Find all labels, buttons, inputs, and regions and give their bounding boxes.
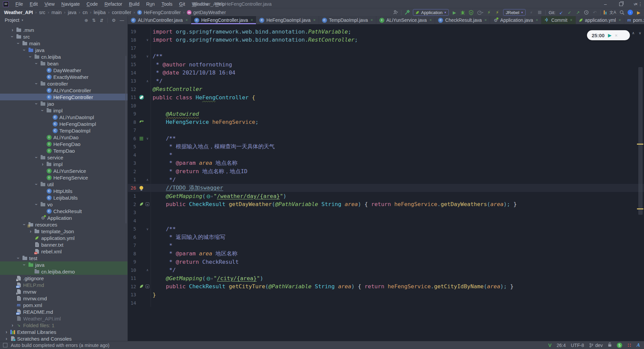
code-line[interactable]: 3 * @param area 地点名称	[128, 159, 644, 167]
tree-item-readme-md[interactable]: MDREADME.md	[0, 308, 127, 315]
menu-tools[interactable]: Tools	[158, 0, 176, 8]
translate-icon[interactable]: 文A	[609, 10, 616, 15]
tree-item-pom-xml[interactable]: mpom.xml	[0, 302, 127, 308]
tree-item--mvn[interactable]: ›.mvn	[0, 27, 127, 33]
tree-chevron-icon[interactable]: ›	[16, 40, 21, 46]
tab-hefengdaoimpl-java[interactable]: CHeFengDaoImpl.java×	[256, 16, 319, 24]
jrebel-status-icon[interactable]	[627, 343, 632, 347]
lock-icon[interactable]	[608, 342, 612, 348]
tree-chevron-icon[interactable]: ›	[28, 54, 33, 60]
endpoint-globe-icon[interactable]: ∨	[206, 194, 213, 199]
tree-item-bean[interactable]: ›bean	[0, 60, 127, 67]
translation-status-icon[interactable]: A	[637, 342, 640, 348]
breadcrumb-item[interactable]: HeFengController	[144, 10, 181, 15]
tab-aliyunservice-java[interactable]: IALiYunService.java×	[376, 16, 435, 24]
tree-item-template-json[interactable]: ›template_Json	[0, 228, 127, 235]
fold-marker-slot[interactable]: +	[145, 202, 150, 206]
tree-chevron-icon[interactable]: ›	[40, 107, 45, 113]
tree-chevron-icon[interactable]: ›	[3, 329, 9, 335]
code-line[interactable]: 16∨/**	[128, 52, 644, 61]
fold-expand-icon[interactable]: +	[146, 202, 149, 206]
profiler-button[interactable]: ▾	[477, 9, 483, 16]
tree-item-aliyundao[interactable]: IALiYunDao	[0, 134, 127, 141]
code-line[interactable]: 14	[128, 299, 644, 307]
fold-marker-slot[interactable]: ∨	[145, 54, 150, 58]
tree-item-hefengdao[interactable]: IHeFengDao	[0, 141, 127, 147]
tree-chevron-icon[interactable]: ›	[28, 229, 34, 234]
statistics-icon[interactable]	[604, 10, 606, 14]
tree-chevron-icon[interactable]: ›	[34, 81, 39, 87]
menu-edit[interactable]: Edit	[26, 0, 41, 8]
tree-item-weather-api-iml[interactable]: Weather_API.iml	[0, 315, 127, 322]
coverage-button[interactable]	[469, 9, 474, 16]
tab-hefengcontroller-java[interactable]: CHeFengController.java×	[191, 16, 256, 24]
tree-item-hefengservice[interactable]: IHeFengService	[0, 174, 127, 181]
fold-marker-slot[interactable]: +	[145, 285, 150, 288]
project-scrollbar[interactable]	[125, 56, 127, 223]
code-line[interactable]: 11public class HeFengController {	[128, 93, 644, 102]
code-line[interactable]: 5 * 根据输入地点，模糊查询一天具体的天气	[128, 143, 644, 151]
ideavim-icon[interactable]: V	[548, 342, 551, 348]
jrebel-select[interactable]: JRebel ▾	[503, 9, 526, 16]
tree-item-cn-leijiba-demo[interactable]: cn.leijiba.demo	[0, 268, 127, 275]
fold-marker-slot[interactable]: ∧	[145, 268, 150, 272]
run-config-select[interactable]: Application ▾	[413, 9, 449, 16]
tab-close-icon[interactable]: ×	[484, 18, 487, 22]
tree-item-test[interactable]: ›test	[0, 255, 127, 261]
code-line[interactable]: 1∧ */	[128, 176, 644, 184]
breadcrumb-item[interactable]: getDayWeather	[193, 10, 226, 15]
notifications-badge[interactable]: 5	[617, 343, 622, 348]
toolwindow-toggle-icon[interactable]	[3, 343, 7, 347]
autowired-icon[interactable]	[139, 119, 144, 125]
tab-aliyuncontroller-java[interactable]: CALiYunController.java×	[128, 16, 191, 24]
intention-bulb-icon[interactable]	[140, 186, 143, 190]
menu-refactor[interactable]: Refactor	[101, 0, 126, 8]
hide-panel-button[interactable]: —	[120, 18, 124, 23]
tree-item-folded-files-1[interactable]: ›↘Folded files: 1	[0, 322, 127, 329]
code-line[interactable]: 6∨ /**	[128, 135, 644, 143]
tab-tempdaoimpl-java[interactable]: CTempDaoImpl.java×	[319, 16, 376, 24]
code-line[interactable]: 26 //TODO 添加swagger	[128, 184, 644, 192]
tree-chevron-icon[interactable]: ›	[9, 27, 15, 33]
fold-expand-icon[interactable]: +	[146, 285, 149, 288]
code-line[interactable]: 18∨import org.springframework.web.bind.a…	[128, 36, 644, 44]
prev-change-icon[interactable]: ∧	[632, 31, 635, 35]
tree-item-impl[interactable]: ›impl	[0, 161, 127, 167]
code-line[interactable]: 1 @GetMapping(∨"/weather/day/{area}")	[128, 192, 644, 200]
code-line[interactable]: 14 * @date 2021/10/18 16:04	[128, 69, 644, 77]
tree-chevron-icon[interactable]: ›	[10, 34, 15, 40]
tree-chevron-icon[interactable]: ›	[34, 201, 39, 207]
editor-scrollbar[interactable]	[638, 67, 643, 215]
tree-item-vo[interactable]: ›vo	[0, 201, 127, 208]
tree-chevron-icon[interactable]: ›	[34, 60, 39, 66]
code-line[interactable]: 2 * @return 地点名称，地点ID	[128, 167, 644, 176]
jrebel-debug-icon[interactable]: ⚡	[495, 9, 500, 16]
tree-item-external-libraries[interactable]: ›External Libraries	[0, 329, 127, 335]
collapse-all-button[interactable]: ⇅	[100, 18, 103, 23]
code-line[interactable]: 8 HeFengService heFengService;	[128, 118, 644, 127]
pomodoro-timer[interactable]: 25:00 ▶ ×	[587, 30, 630, 40]
tree-item-checkresult[interactable]: CCheckResult	[0, 208, 127, 214]
git-history-button[interactable]	[584, 9, 589, 16]
tree-item-main[interactable]: ›main	[0, 40, 127, 47]
menu-git[interactable]: Git	[176, 0, 189, 8]
tree-item-help-md[interactable]: MDHELP.md	[0, 282, 127, 288]
git-update-button[interactable]: ↙	[558, 9, 564, 16]
tab-commit[interactable]: Commit×	[541, 16, 576, 24]
project-view-select[interactable]: Project ▾	[5, 17, 23, 23]
tree-item-java[interactable]: ›java	[0, 47, 127, 53]
tree-item-aliyuncontroller[interactable]: CALiYunController	[0, 87, 127, 94]
endpoint-globe-icon[interactable]: ∨	[206, 277, 213, 281]
code-line[interactable]: 13}	[128, 291, 644, 299]
next-change-icon[interactable]: ∨	[639, 31, 641, 35]
tree-item-scratches-and-consoles[interactable]: ›Scratches and Consoles	[0, 335, 127, 341]
code-line[interactable]: 3	[128, 208, 644, 217]
tab-options-icon[interactable]: ⋮	[638, 0, 643, 8]
tree-item-tempdao[interactable]: ITempDao	[0, 147, 127, 154]
tree-item-application-yml[interactable]: application.yml	[0, 235, 127, 241]
caret-position[interactable]: 26:4	[556, 343, 566, 348]
tree-chevron-icon[interactable]: ›	[3, 336, 9, 341]
minimize-button[interactable]: –	[598, 1, 613, 7]
tree-item-hefengcontroller[interactable]: CHeFengController	[0, 94, 127, 100]
breadcrumb-item[interactable]: src	[39, 10, 45, 15]
